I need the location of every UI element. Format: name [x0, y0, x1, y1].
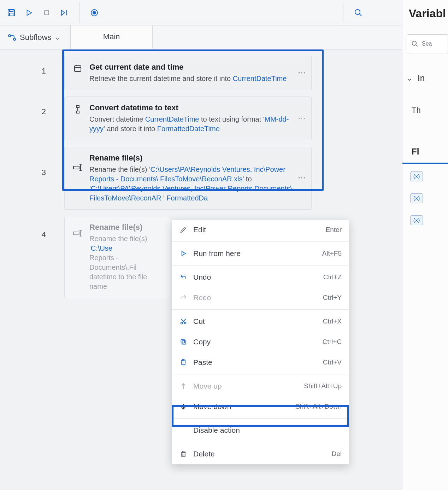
section-in[interactable]: ⌄ In [402, 73, 448, 83]
menu-separator [172, 418, 349, 419]
action-desc: Rename the file(s) 'C:\Use Reports - Doc… [89, 234, 162, 291]
menu-separator [172, 374, 349, 374]
svg-rect-22 [73, 166, 79, 169]
svg-rect-4 [45, 11, 49, 15]
paste-icon [179, 359, 188, 366]
context-menu: Edit Enter Run from here Alt+F5 Undo Ctr… [172, 219, 349, 465]
cut-icon [179, 318, 188, 325]
calendar-icon [72, 63, 83, 83]
tab-fl[interactable]: Fl [402, 147, 448, 164]
menu-edit[interactable]: Edit Enter [172, 220, 349, 240]
variables-search[interactable]: Sea [407, 34, 448, 53]
action-card[interactable]: Rename file(s) Rename the file(s) 'C:\Us… [64, 216, 170, 298]
svg-rect-15 [75, 66, 81, 71]
menu-separator [172, 442, 349, 442]
action-desc: Rename the file(s) 'C:\Users\PA\Reynolds… [89, 165, 303, 203]
svg-rect-26 [73, 232, 79, 235]
menu-move-down[interactable]: Move down Shift+Alt+Down [172, 396, 349, 417]
step-number: 2 [7, 90, 57, 116]
svg-point-13 [412, 41, 417, 46]
svg-point-8 [93, 11, 96, 14]
variable-chip[interactable]: (x) [410, 171, 423, 181]
toolbar-divider [79, 2, 79, 23]
menu-paste[interactable]: Paste Ctrl+V [172, 352, 349, 373]
action-desc: Retrieve the current datetime and store … [89, 74, 303, 83]
flow-canvas: 1 Get current date and time Retrieve the… [0, 49, 402, 490]
action-title: Get current date and time [89, 63, 303, 72]
trash-icon [179, 450, 188, 457]
subflows-dropdown[interactable]: Subflows ⌄ [0, 25, 71, 49]
action-card[interactable]: Rename file(s) Rename the file(s) 'C:\Us… [64, 147, 312, 210]
svg-point-12 [13, 38, 16, 40]
flow-step: 3 Rename file(s) Rename the file(s) 'C:\… [0, 140, 402, 210]
redo-icon [179, 294, 188, 301]
menu-redo: Redo Ctrl+Y [172, 287, 349, 308]
chevron-down-icon: ⌄ [407, 74, 413, 82]
svg-point-9 [355, 10, 360, 14]
menu-separator [172, 265, 349, 266]
more-button[interactable]: ⋮ [297, 69, 306, 77]
action-title: Convert datetime to text [89, 103, 303, 112]
action-desc: Convert datetime CurrentDateTime to text… [89, 115, 303, 134]
record-button[interactable] [89, 8, 99, 18]
tab-main[interactable]: Main [71, 25, 153, 49]
menu-undo[interactable]: Undo Ctrl+Z [172, 267, 349, 287]
svg-rect-2 [10, 13, 13, 16]
subbar: Subflows ⌄ Main [0, 25, 448, 49]
search-placeholder: Sea [422, 41, 432, 47]
undo-icon [179, 274, 188, 281]
svg-rect-19 [76, 105, 79, 107]
svg-line-10 [359, 14, 361, 16]
menu-cut[interactable]: Cut Ctrl+X [172, 311, 349, 332]
more-button[interactable]: ⋮ [297, 174, 306, 182]
menu-delete[interactable]: Delete Del [172, 444, 349, 464]
menu-copy[interactable]: Copy Ctrl+C [172, 332, 349, 352]
svg-rect-35 [182, 341, 186, 344]
action-title: Rename file(s) [89, 223, 162, 232]
svg-point-11 [8, 35, 11, 37]
action-card[interactable]: Get current date and time Retrieve the c… [64, 56, 312, 90]
save-button[interactable] [6, 8, 16, 18]
convert-icon [72, 103, 83, 134]
svg-marker-5 [61, 10, 65, 15]
svg-rect-21 [76, 111, 79, 113]
variable-chip[interactable]: (x) [410, 193, 423, 203]
step-button[interactable] [59, 8, 69, 18]
menu-run-from-here[interactable]: Run from here Alt+F5 [172, 243, 349, 264]
copy-icon [179, 338, 188, 345]
run-button[interactable] [24, 8, 34, 18]
flow-step: 1 Get current date and time Retrieve the… [0, 49, 402, 90]
arrow-down-icon [179, 403, 188, 410]
svg-marker-30 [182, 251, 186, 256]
svg-line-14 [416, 45, 418, 47]
flow-step: 2 Convert datetime to text Convert datet… [0, 90, 402, 140]
step-number: 3 [7, 140, 57, 177]
action-card[interactable]: Convert datetime to text Convert datetim… [64, 97, 312, 140]
search-button[interactable] [353, 8, 363, 18]
text-th: Th [402, 106, 448, 115]
svg-rect-45 [183, 451, 184, 453]
pencil-icon [179, 226, 188, 233]
svg-rect-41 [182, 453, 185, 457]
action-title: Rename file(s) [89, 153, 303, 163]
svg-rect-36 [181, 339, 184, 343]
svg-rect-1 [10, 10, 13, 12]
step-number: 1 [7, 49, 57, 76]
more-button[interactable]: ⋮ [297, 114, 306, 123]
menu-separator [172, 309, 349, 310]
arrow-up-icon [179, 383, 188, 390]
chevron-down-icon: ⌄ [55, 34, 60, 41]
stop-button[interactable] [42, 8, 52, 18]
svg-marker-3 [27, 10, 32, 15]
variables-pane: Variabl Sea ⌄ In Th Fl (x) (x) (x) [402, 0, 448, 490]
variable-chip[interactable]: (x) [410, 215, 423, 225]
subflows-label: Subflows [20, 33, 51, 42]
step-number: 4 [7, 210, 57, 239]
rename-icon [72, 223, 83, 291]
menu-disable-action[interactable]: Disable action [172, 420, 349, 441]
play-icon [179, 250, 188, 257]
toolbar [0, 0, 448, 25]
menu-separator [172, 241, 349, 242]
rename-icon [72, 153, 83, 203]
variables-title: Variabl [402, 7, 448, 20]
